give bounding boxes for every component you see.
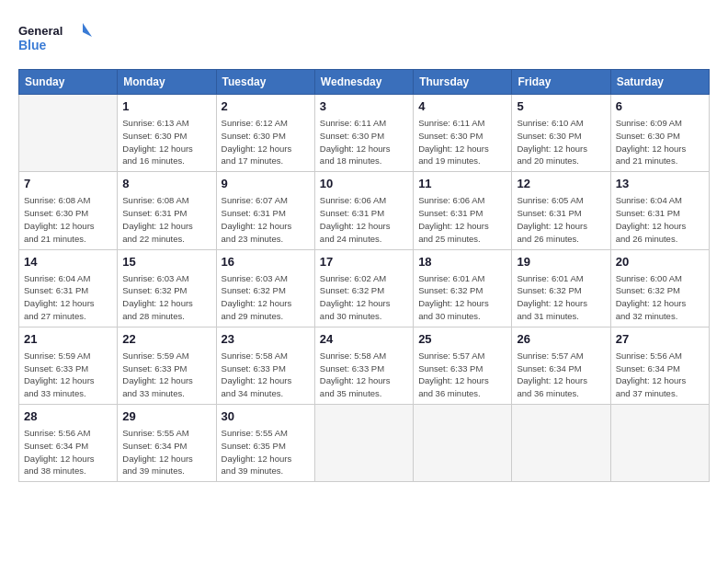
day-number: 7: [24, 176, 112, 192]
day-number: 29: [122, 408, 210, 425]
weekday-header-wednesday: Wednesday: [314, 70, 413, 95]
weekday-header-friday: Friday: [512, 70, 610, 95]
calendar-cell: [314, 405, 413, 482]
day-number: 3: [320, 98, 408, 115]
calendar-cell: 1Sunrise: 6:13 AM Sunset: 6:30 PM Daylig…: [118, 95, 216, 172]
calendar-cell: 2Sunrise: 6:12 AM Sunset: 6:30 PM Daylig…: [216, 95, 314, 172]
day-number: 4: [418, 98, 506, 115]
day-number: 2: [222, 98, 310, 115]
calendar-cell: [512, 405, 610, 482]
calendar-cell: [414, 405, 512, 482]
day-info: Sunrise: 5:58 AM Sunset: 6:33 PM Dayligh…: [222, 350, 310, 400]
calendar-cell: 6Sunrise: 6:09 AM Sunset: 6:30 PM Daylig…: [610, 95, 709, 172]
calendar-table: SundayMondayTuesdayWednesdayThursdayFrid…: [18, 69, 710, 482]
day-number: 27: [616, 331, 704, 348]
calendar-cell: 22Sunrise: 5:59 AM Sunset: 6:33 PM Dayli…: [118, 327, 216, 404]
day-number: 14: [24, 254, 112, 270]
day-info: Sunrise: 5:57 AM Sunset: 6:33 PM Dayligh…: [418, 350, 506, 400]
day-info: Sunrise: 6:08 AM Sunset: 6:31 PM Dayligh…: [122, 194, 210, 245]
calendar-cell: 28Sunrise: 5:56 AM Sunset: 6:34 PM Dayli…: [19, 405, 118, 482]
day-number: 28: [24, 408, 112, 425]
calendar-cell: 3Sunrise: 6:11 AM Sunset: 6:30 PM Daylig…: [314, 95, 413, 172]
day-number: 23: [222, 331, 310, 348]
calendar-cell: 8Sunrise: 6:08 AM Sunset: 6:31 PM Daylig…: [118, 172, 216, 249]
day-number: 21: [24, 331, 112, 348]
day-number: 25: [418, 331, 506, 348]
day-number: 13: [616, 176, 704, 192]
day-number: 20: [616, 254, 704, 270]
day-info: Sunrise: 6:04 AM Sunset: 6:31 PM Dayligh…: [616, 194, 704, 245]
day-number: 26: [517, 331, 605, 348]
day-number: 24: [320, 331, 408, 348]
day-info: Sunrise: 6:06 AM Sunset: 6:31 PM Dayligh…: [418, 194, 506, 245]
day-info: Sunrise: 5:55 AM Sunset: 6:35 PM Dayligh…: [222, 427, 310, 477]
calendar-cell: 18Sunrise: 6:01 AM Sunset: 6:32 PM Dayli…: [414, 249, 512, 327]
calendar-cell: [19, 95, 118, 172]
calendar-cell: 14Sunrise: 6:04 AM Sunset: 6:31 PM Dayli…: [19, 249, 118, 327]
day-info: Sunrise: 6:11 AM Sunset: 6:30 PM Dayligh…: [418, 117, 506, 167]
page-header: General Blue: [18, 18, 710, 60]
calendar-cell: 4Sunrise: 6:11 AM Sunset: 6:30 PM Daylig…: [414, 95, 512, 172]
calendar-cell: 11Sunrise: 6:06 AM Sunset: 6:31 PM Dayli…: [414, 172, 512, 249]
calendar-cell: 24Sunrise: 5:58 AM Sunset: 6:33 PM Dayli…: [314, 327, 413, 404]
calendar-cell: 30Sunrise: 5:55 AM Sunset: 6:35 PM Dayli…: [216, 405, 314, 482]
day-info: Sunrise: 6:01 AM Sunset: 6:32 PM Dayligh…: [517, 272, 605, 323]
day-info: Sunrise: 5:55 AM Sunset: 6:34 PM Dayligh…: [122, 427, 210, 477]
day-number: 8: [122, 176, 210, 192]
calendar-cell: 15Sunrise: 6:03 AM Sunset: 6:32 PM Dayli…: [118, 249, 216, 327]
day-number: 5: [517, 98, 605, 115]
day-number: 9: [222, 176, 310, 192]
day-info: Sunrise: 6:12 AM Sunset: 6:30 PM Dayligh…: [222, 117, 310, 167]
calendar-cell: 17Sunrise: 6:02 AM Sunset: 6:32 PM Dayli…: [314, 249, 413, 327]
logo-svg: General Blue: [18, 18, 92, 60]
calendar-cell: [610, 405, 709, 482]
calendar-cell: 29Sunrise: 5:55 AM Sunset: 6:34 PM Dayli…: [118, 405, 216, 482]
day-info: Sunrise: 5:59 AM Sunset: 6:33 PM Dayligh…: [122, 350, 210, 400]
calendar-cell: 27Sunrise: 5:56 AM Sunset: 6:34 PM Dayli…: [610, 327, 709, 404]
day-number: 30: [222, 408, 310, 425]
day-info: Sunrise: 6:05 AM Sunset: 6:31 PM Dayligh…: [517, 194, 605, 245]
calendar-cell: 12Sunrise: 6:05 AM Sunset: 6:31 PM Dayli…: [512, 172, 610, 249]
day-number: 15: [122, 254, 210, 270]
calendar-cell: 20Sunrise: 6:00 AM Sunset: 6:32 PM Dayli…: [610, 249, 709, 327]
day-info: Sunrise: 6:10 AM Sunset: 6:30 PM Dayligh…: [517, 117, 605, 167]
day-info: Sunrise: 5:58 AM Sunset: 6:33 PM Dayligh…: [320, 350, 408, 400]
calendar-cell: 23Sunrise: 5:58 AM Sunset: 6:33 PM Dayli…: [216, 327, 314, 404]
day-info: Sunrise: 6:13 AM Sunset: 6:30 PM Dayligh…: [122, 117, 210, 167]
weekday-header-tuesday: Tuesday: [216, 70, 314, 95]
day-info: Sunrise: 6:08 AM Sunset: 6:30 PM Dayligh…: [24, 194, 112, 245]
day-number: 1: [122, 98, 210, 115]
calendar-cell: 19Sunrise: 6:01 AM Sunset: 6:32 PM Dayli…: [512, 249, 610, 327]
calendar-cell: 25Sunrise: 5:57 AM Sunset: 6:33 PM Dayli…: [414, 327, 512, 404]
day-number: 18: [418, 254, 506, 270]
calendar-cell: 26Sunrise: 5:57 AM Sunset: 6:34 PM Dayli…: [512, 327, 610, 404]
day-number: 12: [517, 176, 605, 192]
weekday-header-sunday: Sunday: [19, 70, 118, 95]
day-info: Sunrise: 5:56 AM Sunset: 6:34 PM Dayligh…: [616, 350, 704, 400]
day-info: Sunrise: 5:56 AM Sunset: 6:34 PM Dayligh…: [24, 427, 112, 477]
day-info: Sunrise: 6:11 AM Sunset: 6:30 PM Dayligh…: [320, 117, 408, 167]
day-number: 16: [222, 254, 310, 270]
weekday-header-monday: Monday: [118, 70, 216, 95]
calendar-cell: 21Sunrise: 5:59 AM Sunset: 6:33 PM Dayli…: [19, 327, 118, 404]
day-number: 22: [122, 331, 210, 348]
day-info: Sunrise: 6:00 AM Sunset: 6:32 PM Dayligh…: [616, 272, 704, 323]
svg-marker-2: [83, 23, 92, 37]
logo: General Blue: [18, 18, 92, 60]
svg-text:Blue: Blue: [18, 38, 47, 52]
day-info: Sunrise: 6:04 AM Sunset: 6:31 PM Dayligh…: [24, 272, 112, 323]
calendar-cell: 13Sunrise: 6:04 AM Sunset: 6:31 PM Dayli…: [610, 172, 709, 249]
calendar-cell: 7Sunrise: 6:08 AM Sunset: 6:30 PM Daylig…: [19, 172, 118, 249]
calendar-cell: 10Sunrise: 6:06 AM Sunset: 6:31 PM Dayli…: [314, 172, 413, 249]
day-info: Sunrise: 6:01 AM Sunset: 6:32 PM Dayligh…: [418, 272, 506, 323]
day-number: 6: [616, 98, 704, 115]
weekday-header-saturday: Saturday: [610, 70, 709, 95]
day-number: 11: [418, 176, 506, 192]
day-number: 19: [517, 254, 605, 270]
day-info: Sunrise: 6:06 AM Sunset: 6:31 PM Dayligh…: [320, 194, 408, 245]
calendar-cell: 5Sunrise: 6:10 AM Sunset: 6:30 PM Daylig…: [512, 95, 610, 172]
day-info: Sunrise: 6:07 AM Sunset: 6:31 PM Dayligh…: [222, 194, 310, 245]
day-info: Sunrise: 6:03 AM Sunset: 6:32 PM Dayligh…: [122, 272, 210, 323]
svg-text:General: General: [18, 24, 63, 38]
day-info: Sunrise: 6:02 AM Sunset: 6:32 PM Dayligh…: [320, 272, 408, 323]
